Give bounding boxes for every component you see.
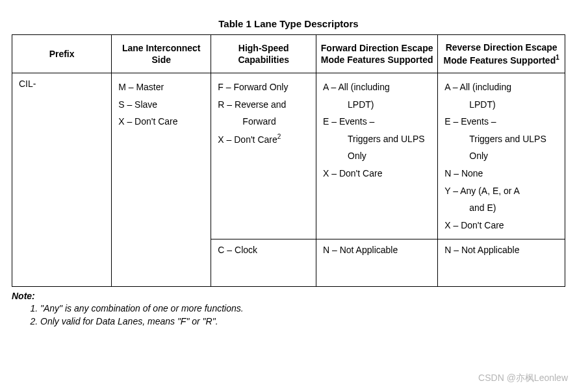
side-item: X – Don't Care (118, 116, 177, 127)
hispeed-item: F – Forward Only (218, 82, 288, 92)
header-rev-text: Reverse Direction Escape Mode Features S… (444, 42, 558, 66)
hispeed-footnote: 2 (277, 133, 281, 140)
cell-rev: A – All (including LPDT) E – Events – Tr… (438, 73, 565, 239)
cell-prefix: CIL- (12, 73, 112, 287)
header-prefix: Prefix (12, 35, 112, 73)
table-row: CIL- M – Master S – Slave X – Don't Care… (12, 73, 565, 239)
cell-fwd: A – All (including LPDT) E – Events – Tr… (316, 73, 438, 239)
header-rev-footnote: 1 (556, 54, 559, 61)
header-fwd: Forward Direction Escape Mode Features S… (316, 35, 438, 73)
rev-item-cont: Triggers and ULPS Only (444, 130, 558, 165)
rev-item-cont: and E) (444, 199, 558, 217)
hispeed-item-cont: Forward (218, 113, 309, 130)
header-hispeed: High-Speed Capabilities (211, 35, 316, 73)
rev-item: X – Don't Care (444, 220, 504, 230)
cell-hispeed-clock: C – Clock (211, 239, 316, 287)
rev-item: Y – Any (A, E, or A (444, 186, 520, 196)
fwd-item-cont: Triggers and ULPS Only (323, 130, 431, 165)
fwd-item: X – Don't Care (323, 168, 382, 178)
note-item: "Any" is any combination of one or more … (40, 302, 565, 315)
rev-item: N – None (444, 168, 483, 178)
hispeed-item: X – Don't Care (218, 134, 277, 144)
side-item: S – Slave (118, 99, 157, 110)
fwd-item-cont: LPDT) (323, 96, 431, 114)
table-title: Table 1 Lane Type Descriptors (12, 18, 565, 29)
rev-item: A – All (including (444, 82, 511, 92)
cell-side: M – Master S – Slave X – Don't Care (112, 73, 211, 287)
cell-fwd-na: N – Not Applicable (316, 239, 438, 287)
header-side: Lane Interconnect Side (112, 35, 211, 73)
note-item: Only valid for Data Lanes, means "F" or … (40, 315, 565, 328)
rev-item-cont: LPDT) (444, 96, 558, 114)
hispeed-item: R – Reverse and (218, 99, 286, 110)
side-item: M – Master (118, 82, 164, 92)
cell-hispeed: F – Forward Only R – Reverse and Forward… (211, 73, 316, 239)
fwd-item: E – Events – (323, 116, 374, 127)
notes-list: "Any" is any combination of one or more … (29, 302, 565, 328)
note-heading: Note: (12, 291, 565, 301)
rev-item: E – Events – (444, 116, 496, 127)
table-header-row: Prefix Lane Interconnect Side High-Speed… (12, 35, 565, 73)
cell-rev-na: N – Not Applicable (438, 239, 565, 287)
header-rev: Reverse Direction Escape Mode Features S… (438, 35, 565, 73)
fwd-item: A – All (including (323, 82, 390, 92)
lane-type-table: Prefix Lane Interconnect Side High-Speed… (12, 34, 565, 287)
